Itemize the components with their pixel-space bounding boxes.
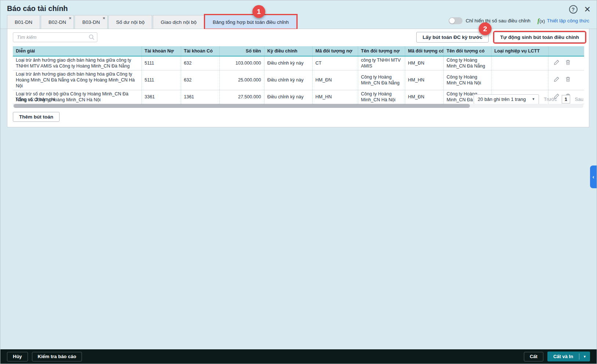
tab-giao-dich-noi-bo[interactable]: Giao dịch nội bộ: [153, 15, 204, 29]
tab-bang-tong-hop-but-toan[interactable]: Bảng tổng hợp bút toán điều chỉnh: [205, 15, 296, 29]
search-input[interactable]: [13, 32, 97, 42]
col-ma-doi-tuong-co[interactable]: Mã đối tượng có: [405, 46, 443, 56]
page-size-value: 20 bản ghi trên 1 trang: [478, 97, 526, 102]
cell-ma-dt-no: HM_ĐN: [312, 70, 358, 90]
edit-icon[interactable]: [554, 76, 560, 84]
collapse-panel-tab[interactable]: ‹: [590, 165, 597, 188]
tab-b03-dn[interactable]: B03-DN✕: [75, 15, 108, 29]
dialog-header: Báo cáo tài chính ? ✕ Chỉ hiển thị số sa…: [0, 0, 597, 29]
close-icon[interactable]: ✕: [584, 6, 591, 14]
auto-generate-adjustment-entries-button[interactable]: Tự động sinh bút toán điều chỉnh: [494, 32, 586, 43]
cell-tk-no: 5111: [141, 56, 181, 70]
table-row[interactable]: Loại trừ ảnh hưởng giao dịch bán hàng hó…: [13, 56, 584, 70]
cell-loai-lctt: [491, 70, 548, 90]
col-ten-doi-tuong-no[interactable]: Tên đối tượng nợ: [358, 46, 405, 56]
save-and-print-dropdown[interactable]: ▼: [579, 352, 590, 361]
table-header-row: Diễn giải Tài khoản Nợ Tài khoản Có Số t…: [13, 46, 584, 56]
show-adjusted-only-toggle[interactable]: [449, 17, 463, 24]
page-title: Báo cáo tài chính: [7, 4, 68, 13]
tab-content-panel: Lấy bút toán ĐC kỳ trước Tự động sinh bú…: [7, 29, 589, 127]
cell-ma-dt-co: HM_ĐN: [405, 56, 443, 70]
cell-so-tien: 103.000.000: [219, 56, 264, 70]
page-size-select[interactable]: 20 bản ghi trên 1 trang ▼: [474, 94, 539, 104]
save-and-print-button[interactable]: Cất và In ▼: [547, 352, 590, 361]
cell-tk-no: 5111: [141, 70, 181, 90]
chevron-down-icon: ▼: [532, 97, 535, 101]
formula-setup-link[interactable]: f(x) Thiết lập công thức: [537, 18, 589, 24]
help-icon[interactable]: ?: [569, 5, 578, 14]
save-button[interactable]: Cất: [524, 352, 543, 361]
col-loai-nghiep-vu-lctt[interactable]: Loại nghiệp vụ LCTT: [491, 46, 548, 56]
edit-icon[interactable]: [554, 59, 560, 67]
chevron-down-icon: ▼: [583, 355, 586, 358]
col-dien-giai[interactable]: Diễn giải: [13, 46, 141, 56]
col-ten-doi-tuong-co[interactable]: Tên đối tượng có: [443, 46, 491, 56]
current-page-input[interactable]: 1: [562, 95, 570, 103]
tab-close-icon[interactable]: ✕: [69, 16, 72, 20]
total-records: Tổng số: 3 bản ghi: [13, 97, 55, 102]
col-so-tien[interactable]: Số tiền: [219, 46, 264, 56]
col-ky-dieu-chinh[interactable]: Kỳ điều chỉnh: [264, 46, 312, 56]
fx-icon: f(x): [537, 18, 545, 24]
check-report-button[interactable]: Kiểm tra báo cáo: [32, 352, 82, 361]
cell-ma-dt-co: HM_HN: [405, 70, 443, 90]
delete-icon[interactable]: [565, 76, 571, 84]
search-box: [13, 32, 97, 42]
cell-so-tien: 25.000.000: [219, 70, 264, 90]
cell-ky-dieu-chinh: Điều chỉnh kỳ này: [264, 70, 312, 90]
bottom-action-bar: Hủy Kiểm tra báo cáo Cất Cất và In ▼: [0, 349, 597, 364]
tab-b02-dn[interactable]: B02-DN✕: [41, 15, 74, 29]
prev-page-button[interactable]: Trước: [544, 97, 557, 102]
col-tai-khoan-co[interactable]: Tài khoản Có: [181, 46, 219, 56]
tab-so-du-noi-bo[interactable]: Số dư nội bộ: [108, 15, 152, 29]
cell-ma-dt-no: CT: [312, 56, 358, 70]
save-and-print-label: Cất và In: [547, 352, 579, 361]
next-page-button[interactable]: Sau: [575, 97, 583, 102]
table-row[interactable]: Loại trừ ảnh hưởng giao dịch bán hàng hó…: [13, 70, 584, 90]
cell-dien-giai: Loại trừ ảnh hưởng giao dịch bán hàng hó…: [13, 56, 141, 70]
search-icon: [89, 34, 95, 40]
toggle-label: Chỉ hiển thị số sau điều chỉnh: [466, 18, 531, 23]
add-entry-button[interactable]: Thêm bút toán: [13, 112, 60, 122]
cell-tk-co: 632: [181, 56, 219, 70]
col-actions: [548, 46, 584, 56]
step-1-badge: 1: [252, 5, 265, 18]
tab-bar: B01-DN B02-DN✕ B03-DN✕ Số dư nội bộ Giao…: [7, 15, 297, 29]
financial-report-dialog: Báo cáo tài chính ? ✕ Chỉ hiển thị số sa…: [0, 0, 597, 364]
list-footer: Tổng số: 3 bản ghi 20 bản ghi trên 1 tra…: [13, 94, 583, 105]
col-ma-doi-tuong-no[interactable]: Mã đối tượng nợ: [312, 46, 358, 56]
total-count: 3: [35, 97, 38, 102]
cell-ten-dt-co: Công ty Hoàng Minh_CN Đà Nẵng: [443, 56, 491, 70]
horizontal-scrollbar-thumb[interactable]: [14, 104, 470, 108]
delete-icon[interactable]: [565, 59, 571, 67]
formula-link-label: Thiết lập công thức: [547, 18, 589, 23]
col-tai-khoan-no[interactable]: Tài khoản Nợ: [141, 46, 181, 56]
cell-dien-giai: Loại trừ ảnh hưởng giao dịch bán hàng hó…: [13, 70, 141, 90]
toggle-knob: [449, 18, 455, 23]
cell-ten-dt-co: Công ty Hoàng Minh_CN Hà Nội: [443, 70, 491, 90]
step-2-badge: 2: [479, 22, 492, 35]
tab-b01-dn[interactable]: B01-DN: [7, 15, 40, 29]
tab-close-icon[interactable]: ✕: [103, 16, 105, 20]
cell-loai-lctt: [491, 56, 548, 70]
cell-ky-dieu-chinh: Điều chỉnh kỳ này: [264, 56, 312, 70]
chevron-left-icon: ‹: [593, 174, 594, 180]
get-previous-period-entries-button[interactable]: Lấy bút toán ĐC kỳ trước: [416, 32, 489, 43]
cell-ten-dt-no: Công ty Hoàng Minh_CN Đà Nẵng: [358, 70, 405, 90]
cell-tk-co: 632: [181, 70, 219, 90]
cancel-button[interactable]: Hủy: [7, 352, 28, 361]
horizontal-scrollbar-track[interactable]: [13, 104, 583, 108]
cell-ten-dt-no: công ty TNHH MTV AMIS: [358, 56, 405, 70]
